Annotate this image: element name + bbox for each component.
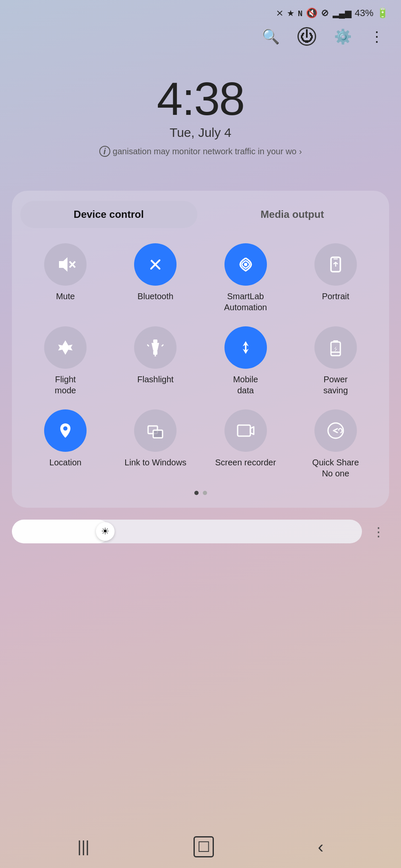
tile-power-saving[interactable]: Power saving: [291, 326, 381, 396]
clock-area: 4:38 Tue, July 4 i ganisation may monito…: [0, 50, 401, 165]
bluetooth-label: Bluetooth: [137, 291, 174, 302]
svg-rect-14: [331, 342, 340, 356]
svg-marker-0: [59, 257, 67, 272]
signal-icon: ▂▄▆: [333, 8, 351, 18]
notice-text: ganisation may monitor network traffic i…: [113, 147, 297, 156]
battery-level: 43%: [355, 8, 373, 19]
brightness-sun-icon: ☀: [101, 526, 109, 537]
flight-circle: [44, 326, 87, 369]
tile-link-to-windows[interactable]: Link to Windows: [110, 409, 200, 479]
quick-settings-panel: Device control Media output Mute Bluetoo…: [12, 191, 389, 508]
tab-media-output[interactable]: Media output: [204, 201, 381, 228]
mute-icon: 🔇: [306, 8, 317, 19]
svg-line-10: [162, 345, 163, 346]
portrait-label: Portrait: [322, 291, 349, 302]
screen-recorder-circle: [224, 409, 267, 452]
clock-date: Tue, July 4: [0, 125, 401, 140]
svg-line-9: [147, 345, 149, 346]
svg-point-3: [244, 263, 247, 266]
svg-rect-5: [334, 259, 338, 259]
back-icon[interactable]: ‹: [318, 837, 323, 857]
mobile-data-label: Mobile data: [233, 374, 258, 396]
svg-rect-6: [153, 339, 157, 343]
link-to-windows-circle: [134, 409, 177, 452]
wifi-x-icon: 🚫︎: [321, 8, 329, 18]
tile-flashlight[interactable]: Flashlight: [110, 326, 200, 396]
smartlab-circle: [224, 243, 267, 286]
bluetooth-status-icon: ⨯︎: [276, 8, 283, 19]
page-dot-1: [194, 491, 199, 495]
bluetooth-circle: [134, 243, 177, 286]
power-icon[interactable]: ⏻: [297, 27, 316, 46]
page-indicators: [20, 491, 381, 495]
flashlight-circle: [134, 326, 177, 369]
power-saving-circle: [314, 326, 357, 369]
status-icons: ⨯︎ ★ N 🔇 🚫︎ ▂▄▆ 43% 🔋: [276, 8, 388, 19]
portrait-circle: [314, 243, 357, 286]
settings-icon[interactable]: ⚙️: [334, 28, 352, 45]
tile-flight-mode[interactable]: Flight mode: [20, 326, 110, 396]
nfc-icon: N: [298, 9, 303, 18]
screen-recorder-label: Screen recorder: [215, 457, 276, 468]
battery-icon: 🔋: [377, 8, 388, 19]
link-to-windows-label: Link to Windows: [125, 457, 187, 468]
svg-point-21: [328, 423, 343, 438]
flight-mode-label: Flight mode: [55, 374, 76, 396]
mute-circle: [44, 243, 87, 286]
info-icon: i: [99, 146, 110, 157]
svg-rect-15: [333, 340, 338, 342]
qs-tabs: Device control Media output: [20, 201, 381, 228]
location-circle: [44, 409, 87, 452]
tile-bluetooth[interactable]: Bluetooth: [110, 243, 200, 313]
location-label: Location: [49, 457, 81, 468]
recent-apps-icon[interactable]: |||: [78, 838, 90, 856]
svg-point-16: [63, 426, 67, 431]
brightness-track[interactable]: ☀: [12, 520, 362, 543]
tiles-grid: Mute Bluetooth SmartLab Automation: [20, 243, 381, 479]
control-bar: 🔍 ⏻ ⚙️ ⋮: [0, 23, 401, 50]
search-icon[interactable]: 🔍: [262, 28, 280, 45]
chevron-right-icon[interactable]: ›: [299, 147, 302, 156]
svg-rect-19: [238, 425, 250, 436]
quick-share-label: Quick Share No one: [312, 457, 359, 479]
mobile-data-circle: [224, 326, 267, 369]
brightness-thumb[interactable]: ☀: [96, 522, 115, 541]
tab-device-control[interactable]: Device control: [20, 201, 197, 228]
flashlight-label: Flashlight: [137, 374, 174, 385]
brightness-bar: ☀ ⋮: [12, 520, 389, 543]
tile-mute[interactable]: Mute: [20, 243, 110, 313]
svg-rect-7: [153, 351, 157, 355]
quick-share-circle: [314, 409, 357, 452]
bluetooth-icon: ★: [287, 8, 294, 18]
svg-marker-20: [250, 427, 254, 434]
tile-screen-recorder[interactable]: Screen recorder: [201, 409, 291, 479]
tile-quick-share[interactable]: Quick Share No one: [291, 409, 381, 479]
page-dot-2: [203, 491, 207, 495]
tile-smartlab[interactable]: SmartLab Automation: [201, 243, 291, 313]
tile-location[interactable]: Location: [20, 409, 110, 479]
tile-portrait[interactable]: Portrait: [291, 243, 381, 313]
brightness-fill: [12, 520, 110, 543]
mute-label: Mute: [56, 291, 75, 302]
home-icon[interactable]: ☐: [193, 836, 214, 857]
smartlab-label: SmartLab Automation: [224, 291, 267, 313]
clock-time: 4:38: [0, 75, 401, 122]
svg-rect-18: [153, 430, 163, 438]
status-bar: ⨯︎ ★ N 🔇 🚫︎ ▂▄▆ 43% 🔋: [0, 0, 401, 23]
power-saving-label: Power saving: [323, 374, 348, 396]
nav-bar: ||| ☐ ‹: [0, 826, 401, 868]
brightness-more-icon[interactable]: ⋮: [368, 524, 389, 539]
network-notice[interactable]: i ganisation may monitor network traffic…: [0, 146, 401, 157]
more-options-icon[interactable]: ⋮: [370, 28, 384, 45]
tile-mobile-data[interactable]: Mobile data: [201, 326, 291, 396]
